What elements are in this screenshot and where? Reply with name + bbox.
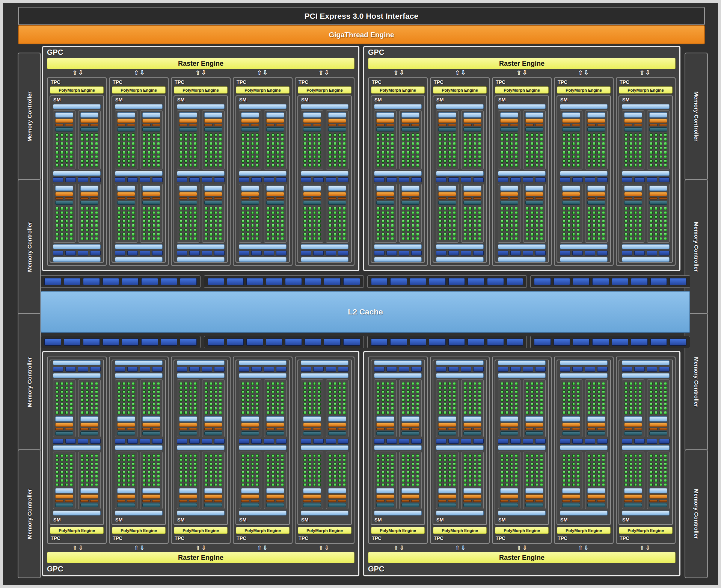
cuda-core-cell	[91, 211, 94, 215]
cuda-core-cell	[629, 147, 632, 150]
instruction-buffer-bar	[525, 416, 543, 422]
cuda-core-cell	[313, 147, 316, 150]
cuda-core-cell	[60, 479, 63, 482]
cuda-core-cell	[179, 164, 183, 167]
cuda-core-cell	[588, 386, 591, 389]
cuda-core-cell	[56, 138, 59, 141]
cuda-core-cell	[179, 479, 183, 482]
cuda-core-cell	[629, 220, 632, 223]
dispatch-unit-bar	[80, 428, 89, 430]
cuda-core-cell	[664, 458, 667, 461]
texture-unit-row	[622, 367, 670, 372]
instruction-cache-bar	[436, 104, 484, 109]
cuda-core-cell	[588, 142, 591, 145]
cuda-core-cell	[338, 211, 341, 215]
cuda-core-cell	[251, 382, 254, 385]
cuda-core-cell	[448, 399, 451, 402]
cuda-core-cell	[531, 403, 534, 406]
cuda-core-cell	[86, 207, 89, 210]
crossbar-cell	[390, 339, 407, 346]
dispatch-unit-bar	[313, 500, 321, 502]
instruction-buffer-bar	[266, 488, 284, 493]
cuda-core-cell	[343, 138, 346, 141]
cuda-core-cell	[386, 407, 389, 410]
register-file-bar	[463, 431, 481, 435]
dispatch-unit-bar	[90, 500, 98, 502]
sm-processing-block	[177, 379, 225, 437]
cuda-core-cell	[501, 399, 504, 402]
crossbar-cell	[180, 339, 197, 346]
cuda-core-cell	[593, 142, 596, 145]
instruction-cache-bar	[239, 104, 287, 109]
cuda-core-cell	[333, 211, 336, 215]
sm-box: SM	[557, 360, 611, 525]
sm-partition	[374, 452, 397, 509]
cuda-core-cell	[122, 151, 125, 154]
cuda-core-cell	[526, 220, 529, 223]
cuda-core-cell	[219, 479, 222, 482]
tpc-label: TPC	[48, 78, 106, 85]
cuda-core-cell	[313, 407, 316, 410]
cuda-core-cell	[402, 159, 405, 163]
texture-unit-cell	[622, 367, 632, 372]
dispatch-unit-bar	[572, 500, 580, 502]
texture-unit-cell	[276, 367, 287, 372]
cuda-core-cell	[624, 228, 627, 232]
cuda-core-cell	[602, 411, 605, 414]
cuda-core-cell	[241, 228, 244, 232]
cuda-core-cell	[448, 407, 451, 410]
warp-scheduler-bar	[587, 494, 605, 499]
cuda-core-cell	[478, 164, 481, 167]
cuda-core-cell	[318, 471, 321, 474]
cuda-core-cell	[205, 390, 208, 393]
cuda-core-cell	[402, 454, 405, 457]
cuda-core-grid	[241, 207, 259, 240]
crossbar-cell	[64, 339, 81, 346]
register-file-bar	[303, 201, 321, 205]
polymorph-engine-bar: PolyMorph Engine	[298, 527, 351, 534]
cuda-core-cell	[382, 133, 385, 137]
texture-unit-cell	[177, 177, 187, 182]
cuda-core-cell	[219, 151, 222, 154]
cuda-core-cell	[443, 164, 446, 167]
cuda-core-cell	[65, 403, 68, 406]
crossbar-cell	[534, 278, 551, 285]
arrow-up-icon: ⇧	[455, 70, 460, 76]
cuda-core-cell	[189, 382, 192, 385]
texture-unit-row	[498, 251, 546, 255]
cuda-core-cell	[70, 390, 73, 393]
sm-processing-block	[374, 184, 422, 243]
cuda-core-cell	[639, 411, 642, 414]
cuda-core-cell	[127, 475, 130, 478]
cuda-core-cell	[308, 233, 311, 236]
instruction-buffer-bar	[55, 416, 73, 422]
cuda-core-cell	[127, 142, 130, 145]
cuda-core-cell	[256, 463, 259, 466]
cuda-core-cell	[439, 224, 442, 227]
cuda-core-cell	[377, 159, 380, 163]
register-file-bar	[500, 201, 518, 205]
dispatch-unit-row	[241, 500, 259, 502]
instruction-buffer-bar	[401, 416, 419, 422]
cuda-core-cell	[515, 138, 518, 141]
cuda-core-cell	[443, 411, 446, 414]
cuda-core-grid	[329, 454, 346, 487]
sm-box: SM	[297, 360, 352, 525]
cuda-core-cell	[416, 399, 419, 402]
dispatch-unit-row	[562, 428, 580, 430]
cuda-core-cell	[659, 463, 662, 466]
texture-unit-cell	[399, 439, 409, 444]
cuda-core-cell	[210, 159, 213, 163]
cuda-core-cell	[214, 483, 217, 486]
cuda-core-cell	[86, 151, 89, 154]
cuda-core-cell	[132, 207, 135, 210]
cuda-core-cell	[246, 211, 249, 215]
cuda-core-cell	[567, 471, 570, 474]
dispatch-unit-row	[241, 197, 259, 200]
cuda-core-cell	[577, 475, 580, 478]
cuda-core-cell	[515, 220, 518, 223]
cuda-core-cell	[118, 463, 121, 466]
cuda-core-cell	[122, 382, 125, 385]
sm-partition	[140, 184, 163, 243]
cuda-core-cell	[132, 220, 135, 223]
